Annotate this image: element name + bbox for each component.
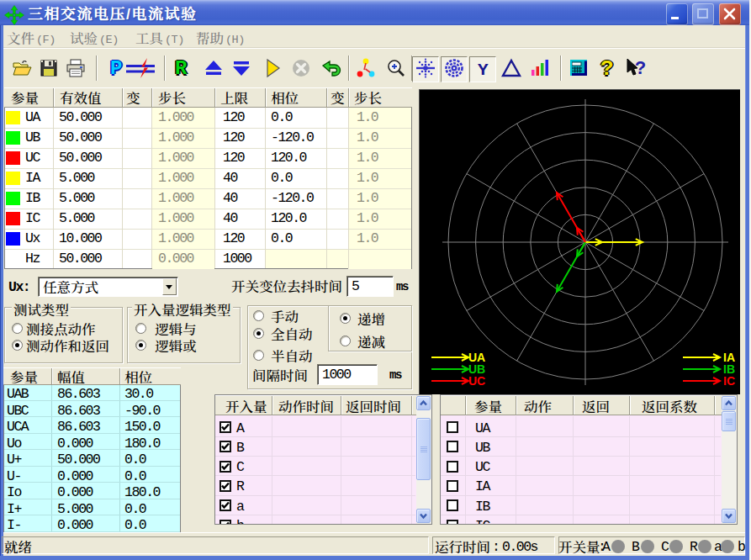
svg-text:?: ? [635, 59, 646, 79]
svg-text:UC: UC [468, 374, 485, 388]
svg-text:IC: IC [723, 374, 735, 388]
